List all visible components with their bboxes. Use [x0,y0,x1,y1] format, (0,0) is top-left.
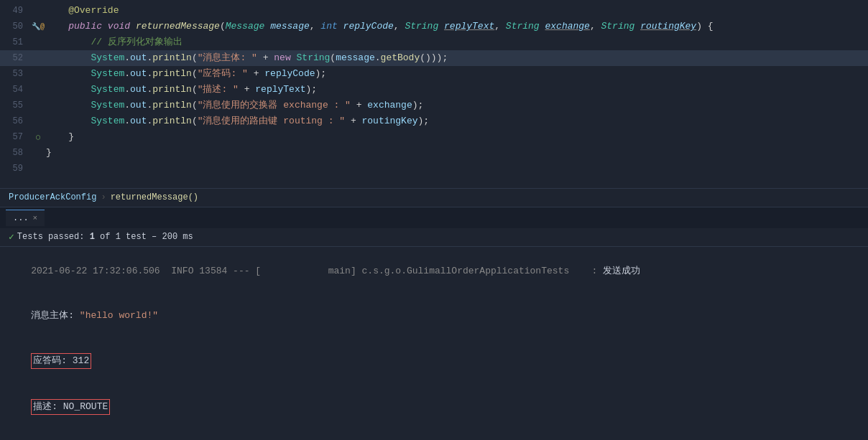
fn-println-53: println [152,68,192,79]
kw-new-52: new [274,52,290,63]
line-content-54: System.out.println("描述: " + replyText); [46,82,857,98]
line-content-49: @Override [46,3,857,19]
comment-51: // 反序列化对象输出 [91,37,182,47]
param-exchange: exchange [545,21,589,32]
line-content-55: System.out.println("消息使用的交换器 exchange : … [46,98,857,113]
line-number-51: 51 [0,34,30,50]
dot1-55: . [124,100,130,111]
param-message-52: message [336,52,375,63]
line-content-56: System.out.println("消息使用的路由键 routing : "… [46,113,857,129]
type-system-55: System [91,100,124,111]
str-53a: "应答码: " [198,68,248,79]
paren2-54: ); [306,84,318,95]
comma4: , [590,21,601,32]
code-line-59: 59 [0,161,868,177]
code-line-50: 50 🔧@ public void returnedMessage(Messag… [0,19,868,34]
comma2: , [394,21,405,32]
terminal-tab[interactable]: ... × [6,210,45,226]
field-out-54: out [130,84,147,95]
plus1-54: + [239,84,255,95]
tests-passed-prefix: Tests passed: [17,232,90,242]
test-of: of 1 test [95,232,147,242]
type-string-52: String [297,52,331,63]
param-replyText: replyText [444,21,494,32]
line-content-58: } [46,145,857,161]
line-number-53: 53 [0,66,30,82]
console-line-body: 消息主体: "hello world!" [9,294,859,337]
pid: 13584 --- [ main] [199,266,361,276]
plus1-56: + [345,116,361,126]
dot1-56: . [124,116,130,126]
param-replyCode-53: replyCode [264,68,315,79]
breadcrumb-bar: ProducerAckConfig › returnedMessage() [0,188,868,207]
line-number-54: 54 [0,82,30,98]
param-routingKey-56: routingKey [362,116,418,126]
plus1-53: + [248,68,264,79]
line-number-59: 59 [0,161,30,177]
field-out-53: out [130,68,147,79]
test-duration: – 200 ms [147,232,193,242]
comma3: , [494,21,506,32]
str-54a: "描述: " [198,84,239,95]
brace-57: } [68,131,74,142]
line-number-49: 49 [0,3,30,19]
dot3-52: . [375,52,381,63]
log-level: INFO [171,266,199,276]
code-line-52: 52 System.out.println("消息主体: " + new Str… [0,50,868,66]
code-line-53: 53 System.out.println("应答码: " + replyCod… [0,66,868,82]
code-editor: 49 @Override 50 🔧@ public void returnedM… [0,0,868,188]
paren1-53: ( [192,68,198,79]
dot1-53: . [124,68,130,79]
space-52 [291,52,297,63]
fn-returnedMessage: returnedMessage [136,21,220,32]
dot1-54: . [124,84,130,95]
breadcrumb-method[interactable]: returnedMessage() [111,192,198,202]
breadcrumb-separator: › [101,192,106,202]
param-replyCode: replyCode [343,21,394,32]
body-value: "hello world!" [80,310,158,321]
line-number-55: 55 [0,98,30,113]
paren2-52: ( [330,52,336,63]
type-system-52: System [91,52,124,63]
param-exchange-55: exchange [367,100,412,111]
terminal-tab-bar: ... × [0,207,868,228]
str-56a: "消息使用的路由键 routing : " [198,116,345,126]
str-55a: "消息使用的交换器 exchange : " [198,100,351,111]
brace-58: } [46,147,52,158]
gutter-50: 🔧@ [30,19,46,35]
console-line-reply-code: 应答码: 312 [9,339,859,383]
success-msg: 发送成功 [603,266,640,276]
type-system-56: System [91,116,124,126]
plus1-55: + [351,100,367,111]
type-system-53: System [91,68,124,79]
fn-println-55: println [152,100,192,111]
code-line-58: 58 } [0,145,868,161]
fn-println-52: println [152,52,192,63]
body-label: 消息主体: [31,310,80,321]
tab-label: ... [13,213,29,223]
tab-close-button[interactable]: × [33,214,38,223]
line-number-52: 52 [0,50,30,66]
kw-int: int [320,21,337,32]
line-number-57: 57 [0,129,30,145]
gutter-57: ◯ [30,130,46,146]
paren-close: ) { [696,21,713,32]
logger-class: c.s.g.o.GulimallOrderApplicationTests [362,266,586,276]
code-line-55: 55 System.out.println("消息使用的交换器 exchange… [0,98,868,113]
str-52a: "消息主体: " [198,52,257,63]
fn-getBody-52: getBody [381,52,420,63]
code-lines: 49 @Override 50 🔧@ public void returnedM… [0,0,868,188]
param-routingKey: routingKey [640,21,696,32]
type-string2: String [506,21,540,32]
test-passed-label: Tests passed: 1 of 1 test – 200 ms [17,232,193,242]
line-number-50: 50 [0,19,30,34]
console-line-timestamp: 2021-06-22 17:32:06.506 INFO 13584 --- [… [9,250,859,293]
paren2-55: ); [412,100,424,111]
paren2-53: ); [315,68,327,79]
paren2-56: ); [418,116,430,126]
paren3-52: ())); [420,52,448,63]
param-replyText-54: replyText [255,84,305,95]
breadcrumb-class[interactable]: ProducerAckConfig [9,192,96,202]
type-string1: String [405,21,438,32]
code-line-57: 57 ◯ } [0,129,868,145]
